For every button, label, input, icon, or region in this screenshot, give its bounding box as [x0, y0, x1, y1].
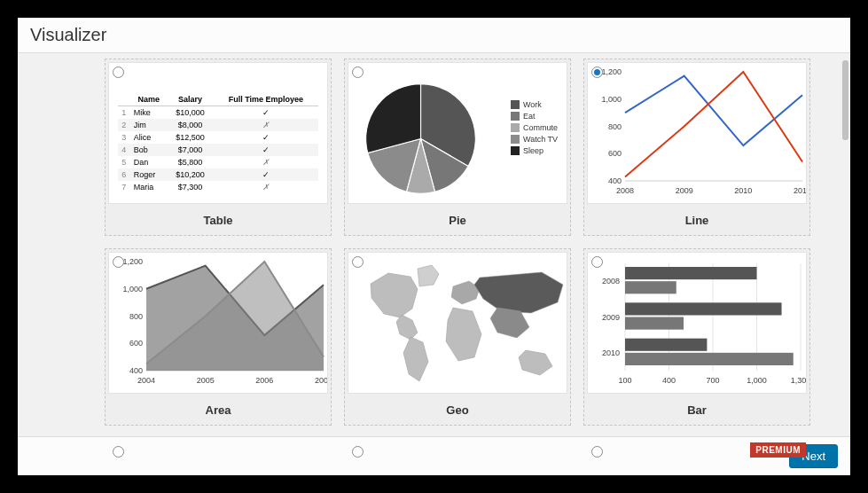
svg-text:2009: 2009	[602, 313, 620, 322]
radio-partial-2[interactable]	[352, 446, 364, 458]
chart-type-card-table[interactable]: Name Salary Full Time Employee 1Mike$10,…	[105, 59, 332, 236]
preview-line: 4006008001,0001,2002008200920102011	[587, 62, 807, 204]
chart-type-card-geo[interactable]: Geo	[344, 248, 571, 426]
svg-text:1,200: 1,200	[122, 257, 143, 266]
svg-text:2010: 2010	[602, 348, 620, 357]
chart-type-card-bar[interactable]: 1004007001,0001,300200820092010 Bar	[583, 248, 810, 426]
svg-text:400: 400	[608, 176, 622, 185]
svg-text:2006: 2006	[255, 376, 273, 385]
preview-table: Name Salary Full Time Employee 1Mike$10,…	[108, 62, 328, 204]
app-window: Visualizer Name Salary Full Time Employe…	[18, 18, 850, 475]
radio-line[interactable]	[591, 67, 603, 78]
card-label-bar: Bar	[584, 396, 809, 425]
svg-text:2004: 2004	[137, 376, 155, 385]
svg-text:400: 400	[662, 376, 676, 385]
pie-legend: WorkEatCommuteWatch TVSleep	[511, 100, 558, 158]
svg-text:600: 600	[608, 149, 622, 158]
svg-rect-31	[625, 267, 757, 279]
svg-rect-37	[625, 339, 707, 351]
radio-pie[interactable]	[352, 67, 364, 78]
chart-type-card-line[interactable]: 4006008001,0001,2002008200920102011 Line	[583, 59, 810, 236]
svg-text:1,000: 1,000	[747, 376, 767, 385]
radio-table[interactable]	[113, 67, 124, 78]
svg-text:1,300: 1,300	[791, 376, 807, 385]
svg-text:1,000: 1,000	[122, 285, 143, 293]
chart-type-grid: Name Salary Full Time Employee 1Mike$10,…	[105, 53, 834, 465]
svg-text:2008: 2008	[602, 277, 620, 286]
svg-text:600: 600	[129, 339, 143, 348]
preview-pie: WorkEatCommuteWatch TVSleep	[348, 62, 567, 204]
svg-text:700: 700	[706, 376, 719, 385]
sample-table: Name Salary Full Time Employee 1Mike$10,…	[118, 93, 318, 193]
radio-bar[interactable]	[591, 256, 603, 268]
preview-bar: 1004007001,0001,300200820092010	[587, 252, 807, 394]
radio-partial-3[interactable]	[591, 446, 603, 458]
svg-text:1,200: 1,200	[601, 67, 622, 76]
radio-geo[interactable]	[352, 256, 364, 268]
svg-text:2010: 2010	[734, 186, 752, 195]
svg-text:100: 100	[618, 376, 631, 385]
dialog-footer: Next	[18, 436, 850, 475]
svg-text:2007: 2007	[315, 376, 328, 385]
card-label-geo: Geo	[345, 396, 570, 425]
card-label-pie: Pie	[345, 207, 570, 235]
svg-rect-35	[625, 317, 684, 330]
premium-badge: PREMIUM	[750, 442, 806, 458]
svg-text:1,000: 1,000	[601, 95, 622, 104]
svg-text:2011: 2011	[794, 186, 807, 195]
card-label-area: Area	[106, 396, 331, 425]
svg-text:800: 800	[608, 122, 622, 131]
scrollbar-thumb[interactable]	[842, 60, 848, 140]
svg-text:400: 400	[129, 366, 143, 375]
svg-rect-32	[625, 281, 676, 293]
svg-text:2005: 2005	[197, 376, 215, 385]
chart-type-card-pie[interactable]: WorkEatCommuteWatch TVSleep Pie	[344, 59, 571, 236]
svg-rect-34	[625, 302, 782, 315]
radio-area[interactable]	[113, 256, 124, 268]
card-label-table: Table	[106, 207, 331, 235]
chart-type-grid-viewport: Name Salary Full Time Employee 1Mike$10,…	[18, 53, 850, 475]
radio-partial-1[interactable]	[113, 446, 124, 458]
svg-text:2009: 2009	[676, 186, 693, 195]
svg-text:2008: 2008	[616, 186, 634, 195]
window-title: Visualizer	[18, 18, 850, 53]
card-label-line: Line	[584, 207, 809, 235]
svg-text:800: 800	[129, 312, 143, 321]
preview-area: 4006008001,0001,2002004200520062007	[108, 252, 328, 394]
svg-rect-38	[625, 353, 794, 365]
preview-geo	[348, 252, 567, 394]
chart-type-card-area[interactable]: 4006008001,0001,2002004200520062007 Area	[105, 248, 332, 426]
